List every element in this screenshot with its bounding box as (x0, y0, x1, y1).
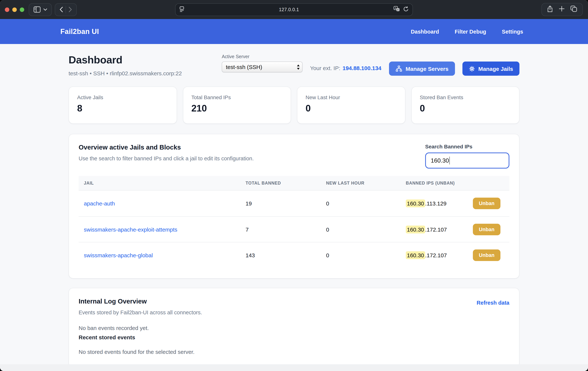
stat-card-total-banned: Total Banned IPs 210 (183, 87, 291, 124)
zoom-window-button[interactable] (20, 7, 24, 12)
stat-label: New Last Hour (305, 94, 397, 100)
internal-log-card: Internal Log Overview Events stored by F… (69, 288, 519, 368)
unban-button[interactable]: Unban (473, 249, 500, 261)
url-text: 127.0.0.1 (184, 7, 393, 12)
minimize-window-button[interactable] (12, 7, 17, 12)
new-last-hour-cell: 0 (326, 226, 406, 232)
toolbar-right-group (541, 3, 583, 16)
column-header-new-last-hour: New last hour (326, 181, 406, 185)
ip-match-highlight: 160.30 (406, 199, 425, 207)
active-server-select[interactable]: test-ssh (SSH) (222, 62, 303, 72)
page-header: Dashboard test-ssh • SSH • rlinfp02.swis… (69, 54, 519, 76)
manage-jails-button[interactable]: Manage Jails (462, 62, 519, 76)
share-icon[interactable] (547, 5, 553, 14)
page-footer-strip (0, 364, 588, 371)
stat-label: Total Banned IPs (191, 94, 283, 100)
jail-link[interactable]: swissmakers-apache-global (84, 252, 153, 258)
nav-link-settings[interactable]: Settings (502, 29, 523, 34)
app-navbar: Fail2ban UI Dashboard Filter Debug Setti… (0, 19, 588, 44)
stat-cards: Active Jails 8 Total Banned IPs 210 New … (69, 87, 519, 124)
sidebar-chevron-down-icon[interactable] (42, 8, 48, 11)
reload-icon[interactable] (403, 6, 409, 13)
sidebar-toggle-group (29, 3, 52, 16)
gear-icon (469, 65, 475, 72)
unban-button[interactable]: Unban (473, 198, 500, 209)
stat-label: Active Jails (77, 94, 168, 100)
select-arrows-icon (297, 64, 300, 70)
manage-servers-button[interactable]: Manage Servers (389, 62, 455, 76)
external-ip: Your ext. IP: 194.88.100.134 (310, 65, 381, 71)
sidebar-icon[interactable] (32, 6, 42, 13)
unban-button[interactable]: Unban (473, 224, 500, 235)
stat-value: 0 (420, 103, 511, 114)
ip-rest: .172.107 (425, 226, 447, 232)
log-subtitle: Events stored by Fail2ban-UI across all … (79, 309, 202, 316)
stat-card-active-jails: Active Jails 8 (69, 87, 177, 124)
sitemap-icon (395, 65, 402, 72)
active-server-value: test-ssh (SSH) (226, 64, 297, 70)
server-subtitle: test-ssh • SSH • rlinfp02.swissmakers.co… (69, 70, 182, 76)
nav-links: Dashboard Filter Debug Settings (411, 29, 523, 34)
address-bar[interactable]: 127.0.0.1 A ¥ (175, 3, 413, 16)
column-header-jail: Jail (79, 181, 246, 185)
search-banned-ips-label: Search Banned IPs (425, 143, 509, 150)
total-banned-cell: 19 (246, 200, 326, 207)
external-ip-value[interactable]: 194.88.100.134 (343, 65, 382, 71)
refresh-data-link[interactable]: Refresh data (477, 300, 509, 306)
stat-card-new-last-hour: New Last Hour 0 (297, 87, 405, 124)
browser-window: 127.0.0.1 A ¥ (0, 0, 588, 371)
search-input-value: 160.30 (431, 157, 449, 164)
new-last-hour-cell: 0 (326, 200, 406, 207)
svg-text:A: A (395, 7, 397, 10)
total-banned-cell: 7 (246, 226, 326, 232)
ip-match-highlight: 160.30 (406, 251, 425, 259)
stat-value: 0 (305, 103, 397, 114)
new-tab-icon[interactable] (559, 6, 565, 13)
browser-toolbar: 127.0.0.1 A ¥ (0, 0, 588, 19)
page-format-icon[interactable] (179, 6, 184, 13)
ip-rest: .172.107 (425, 252, 447, 258)
table-header-row: Jail Total banned New last hour Banned I… (79, 176, 509, 191)
column-header-total-banned: Total banned (246, 181, 326, 185)
table-row: apache-auth 19 0 160.30 .113.129 Unban (79, 191, 509, 216)
jail-link[interactable]: swissmakers-apache-exploit-attempts (84, 226, 177, 232)
close-window-button[interactable] (5, 7, 9, 12)
stat-value: 210 (191, 103, 283, 114)
page-title: Dashboard (69, 54, 182, 66)
table-row: swissmakers-apache-exploit-attempts 7 0 … (79, 216, 509, 242)
ip-rest: .113.129 (425, 200, 447, 207)
external-ip-label: Your ext. IP: (310, 65, 340, 71)
no-ban-events-text: No ban events recorded yet. (79, 325, 509, 331)
screen: 127.0.0.1 A ¥ (0, 0, 588, 371)
tab-overview-icon[interactable] (570, 6, 577, 13)
stat-value: 8 (77, 103, 168, 114)
svg-text:¥: ¥ (397, 8, 399, 11)
overview-description: Use the search to filter banned IPs and … (79, 155, 254, 162)
table-row: swissmakers-apache-global 143 0 160.30 .… (79, 242, 509, 268)
translate-icon[interactable]: A ¥ (393, 6, 400, 13)
ip-match-highlight: 160.30 (406, 225, 425, 233)
back-button[interactable] (60, 7, 63, 12)
app-brand[interactable]: Fail2ban UI (60, 27, 99, 36)
window-controls (0, 7, 29, 12)
column-header-banned-ips: Banned IPs (unban) (406, 181, 509, 185)
no-stored-events-text: No stored events found for the selected … (79, 349, 509, 355)
nav-link-dashboard[interactable]: Dashboard (411, 29, 439, 34)
nav-link-filter-debug[interactable]: Filter Debug (455, 29, 486, 34)
search-banned-ips-input[interactable]: 160.30 (425, 153, 509, 169)
manage-servers-label: Manage Servers (406, 65, 449, 72)
log-title: Internal Log Overview (79, 297, 202, 305)
text-cursor (449, 157, 450, 164)
overview-title: Overview active Jails and Blocks (79, 143, 254, 151)
new-last-hour-cell: 0 (326, 252, 406, 258)
forward-button[interactable] (69, 7, 72, 12)
active-server-label: Active Server (222, 54, 303, 59)
jail-link[interactable]: apache-auth (84, 200, 115, 207)
total-banned-cell: 143 (246, 252, 326, 258)
manage-jails-label: Manage Jails (478, 65, 513, 72)
jails-overview-card: Overview active Jails and Blocks Use the… (69, 134, 519, 279)
history-nav-group (55, 3, 77, 16)
stat-card-stored-ban-events: Stored Ban Events 0 (411, 87, 519, 124)
toolbar-divider (66, 6, 66, 13)
stat-label: Stored Ban Events (420, 94, 511, 100)
